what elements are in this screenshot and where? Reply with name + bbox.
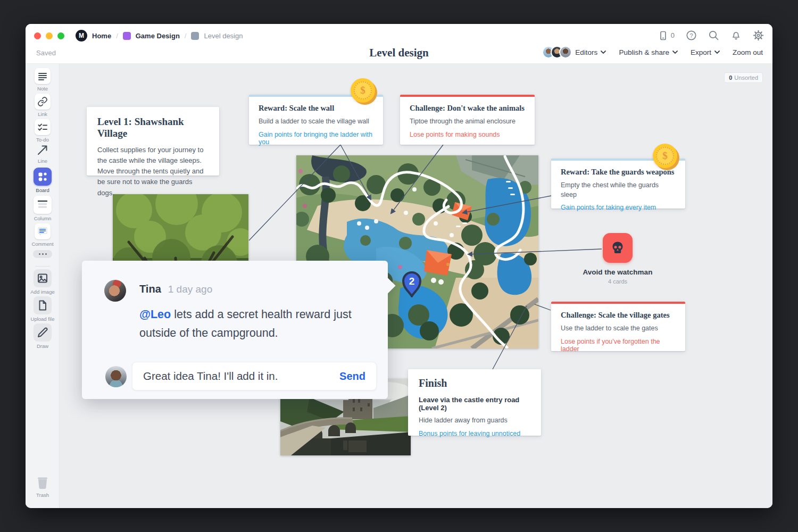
board-avoid-watchman[interactable]: Avoid the watchman 4 cards xyxy=(571,233,664,285)
tool-label: Add image xyxy=(26,289,60,295)
board-tile-sublabel: 4 cards xyxy=(571,278,664,285)
card-note: Bonus points for leaving unnoticed xyxy=(419,430,530,437)
breadcrumb-workspace[interactable]: Game Design xyxy=(136,32,180,40)
device-button[interactable]: 0 xyxy=(658,30,675,41)
app-window: M Home / Game Design / Level design 0 ? xyxy=(26,24,772,508)
card-body: Empty the chest while the guards sleep xyxy=(561,181,676,200)
help-icon: ? xyxy=(686,30,697,41)
editors-menu[interactable]: Editors xyxy=(542,46,606,59)
tool-board[interactable]: Board xyxy=(26,168,60,193)
mention-link[interactable]: @Leo xyxy=(139,308,171,321)
search-button[interactable] xyxy=(708,30,719,41)
card-challenge-animals[interactable]: Challenge: Don't wake the animals Tiptoe… xyxy=(400,95,535,145)
card-challenge-gates[interactable]: Challenge: Scale the village gates Use t… xyxy=(551,302,685,351)
export-menu[interactable]: Export xyxy=(691,48,720,56)
card-note: Gain points for bringing the ladder with… xyxy=(259,131,373,146)
trash-icon xyxy=(36,475,49,490)
tool-add-image[interactable]: Add image xyxy=(26,269,60,295)
tool-label: Trash xyxy=(26,492,60,498)
card-title: Challenge: Don't wake the animals xyxy=(410,104,525,113)
tool-note[interactable]: Note xyxy=(26,68,60,92)
tool-label: Note xyxy=(26,86,60,92)
avatar-leo xyxy=(105,366,127,387)
tool-column[interactable]: Column xyxy=(26,196,60,221)
card-finish[interactable]: Finish Leave via the castle entry road (… xyxy=(408,369,541,436)
settings-button[interactable] xyxy=(753,30,764,41)
card-note: Gain points for taking every item xyxy=(561,204,676,211)
board-canvas[interactable]: 0Unsorted xyxy=(60,64,772,508)
zoom-out-label: Zoom out xyxy=(733,48,763,56)
skull-icon xyxy=(610,240,626,256)
tool-label: To-do xyxy=(26,137,60,143)
editor-avatars xyxy=(542,46,572,59)
comment-icon xyxy=(37,226,48,237)
coin-icon[interactable]: $ xyxy=(351,78,375,103)
skull-board-tile[interactable] xyxy=(603,233,633,263)
gear-icon xyxy=(753,30,764,41)
more-dots-icon xyxy=(33,250,52,258)
tool-label: Line xyxy=(26,158,60,164)
coin-icon[interactable]: $ xyxy=(653,144,677,168)
card-title: Reward: Take the guards weapons xyxy=(561,168,676,177)
tool-label: Board xyxy=(26,187,60,193)
avatar xyxy=(559,46,572,59)
add-image-icon xyxy=(37,272,48,284)
coin-symbol: $ xyxy=(656,147,674,165)
tool-upload-file[interactable]: Upload file xyxy=(26,296,60,322)
unsorted-badge[interactable]: 0Unsorted xyxy=(724,72,763,83)
publish-share-menu[interactable]: Publish & share xyxy=(619,48,678,56)
note-icon xyxy=(37,71,48,81)
card-title: Level 1: Shawshank Village xyxy=(97,116,209,139)
comment-timestamp: 1 day ago xyxy=(168,284,212,295)
editors-label: Editors xyxy=(575,48,597,56)
zoom-out-button[interactable]: Zoom out xyxy=(733,48,763,56)
card-body: Tiptoe through the animal enclosure xyxy=(410,117,525,127)
map-pin[interactable]: 2 xyxy=(400,269,424,302)
card-body: Use the ladder to scale the gates xyxy=(561,324,676,334)
tool-sidebar: Note Link To-do Line xyxy=(26,64,60,508)
card-level1[interactable]: Level 1: Shawshank Village Collect suppl… xyxy=(87,107,219,176)
card-body: Collect supplies for your journey to the… xyxy=(97,145,209,198)
breadcrumb-separator: / xyxy=(116,32,118,40)
card-body: Build a ladder to scale the village wall xyxy=(259,117,373,127)
tool-more-button[interactable] xyxy=(26,250,60,258)
export-label: Export xyxy=(691,48,711,56)
tool-label: Column xyxy=(26,215,60,221)
device-count: 0 xyxy=(671,31,675,39)
notifications-button[interactable] xyxy=(730,30,742,41)
avatar-tina xyxy=(104,280,126,302)
tool-label: Comment xyxy=(26,241,60,247)
comment-popup: Tina 1 day ago @Leo lets add a secret he… xyxy=(82,261,388,399)
tool-link[interactable]: Link xyxy=(26,94,60,117)
chevron-down-icon xyxy=(672,51,678,54)
upload-file-icon xyxy=(37,300,48,311)
top-icon-row: 0 ? xyxy=(658,30,764,41)
maximize-window-icon[interactable] xyxy=(57,32,64,39)
minimize-window-icon[interactable] xyxy=(46,32,53,39)
card-title: Finish xyxy=(419,377,530,389)
card-line-bold: Leave via the castle entry road (Level 2… xyxy=(419,396,530,412)
card-note: Lose points for making sounds xyxy=(410,131,525,138)
tool-line[interactable]: Line xyxy=(26,144,60,164)
tool-todo[interactable]: To-do xyxy=(26,119,60,143)
tool-draw[interactable]: Draw xyxy=(26,323,60,349)
tool-comment[interactable]: Comment xyxy=(26,223,60,247)
tool-trash[interactable]: Trash xyxy=(26,475,60,498)
card-body: Hide ladder away from guards xyxy=(419,416,530,426)
card-title: Reward: Scale the wall xyxy=(259,104,373,113)
search-icon xyxy=(708,30,719,41)
reply-input[interactable]: Great idea Tina! I'll add it in. Send xyxy=(132,362,377,390)
breadcrumb-separator: / xyxy=(185,32,187,40)
close-window-icon[interactable] xyxy=(34,32,41,39)
publish-share-label: Publish & share xyxy=(619,48,669,56)
send-button[interactable]: Send xyxy=(339,370,365,383)
tool-label: Link xyxy=(26,111,60,117)
comment-message: @Leo lets add a secret health reward jus… xyxy=(139,305,363,343)
board-tile-label: Avoid the watchman xyxy=(571,268,664,276)
comment-author: Tina xyxy=(139,283,161,295)
help-button[interactable]: ? xyxy=(686,30,697,41)
tool-label: Draw xyxy=(26,343,60,349)
breadcrumb-board[interactable]: Level design xyxy=(204,32,243,40)
link-icon xyxy=(37,96,48,107)
breadcrumb-home[interactable]: Home xyxy=(92,32,111,40)
